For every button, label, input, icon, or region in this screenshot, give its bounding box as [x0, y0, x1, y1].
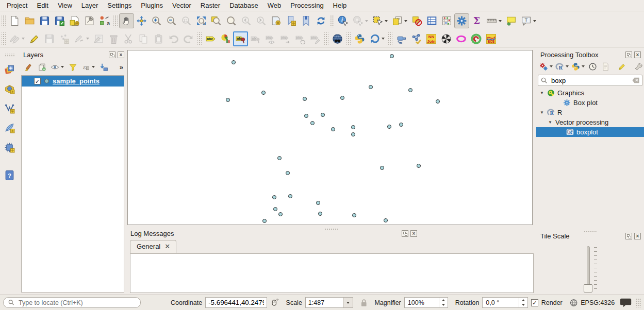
crs-globe-icon[interactable] [570, 299, 577, 307]
menu-help[interactable]: Help [328, 1, 352, 10]
metasearch-button[interactable] [330, 31, 345, 46]
tab-general[interactable]: General ✕ [130, 240, 176, 253]
menu-plugins[interactable]: Plugins [136, 1, 168, 10]
layer-labeling-options-button[interactable]: abc [203, 31, 218, 46]
topology-checker-button[interactable] [409, 31, 424, 46]
tree-row-vector-processing[interactable]: ▼ Vector processing [536, 117, 644, 127]
copy-features-button[interactable] [136, 31, 151, 46]
render-checkbox[interactable]: ✓ [531, 299, 538, 306]
close-panel-icon[interactable]: × [118, 51, 124, 58]
menu-database[interactable]: Database [225, 1, 263, 10]
paste-features-button[interactable] [151, 31, 166, 46]
visibility-analysis-button[interactable] [439, 31, 454, 46]
save-project-button[interactable] [37, 13, 52, 28]
save-project-as-button[interactable] [52, 13, 67, 28]
zoom-to-selection-button[interactable] [224, 13, 239, 28]
python-console-button[interactable] [352, 31, 367, 46]
show-layout-manager-button[interactable] [82, 13, 97, 28]
ellipse-plugin-button[interactable] [454, 31, 469, 46]
processing-search-input[interactable] [550, 76, 630, 85]
deselect-features-button[interactable] [409, 13, 424, 28]
zoom-full-button[interactable] [194, 13, 209, 28]
resize-grip[interactable] [636, 298, 641, 307]
close-panel-icon[interactable]: × [634, 233, 641, 239]
redo-button[interactable] [181, 31, 196, 46]
layer-name[interactable]: sample_points [53, 77, 100, 85]
new-project-button[interactable] [7, 13, 22, 28]
spin-down-button[interactable] [439, 303, 448, 308]
close-panel-icon[interactable]: × [634, 51, 641, 58]
select-features-button[interactable] [370, 13, 390, 28]
tile-scale-slider-track[interactable] [587, 246, 590, 289]
processing-options-button[interactable] [632, 61, 644, 72]
float-panel-icon[interactable] [402, 230, 408, 237]
save-layer-edits-button[interactable] [42, 31, 57, 46]
menu-processing[interactable]: Processing [286, 1, 328, 10]
scale-combo[interactable]: 1:487 [305, 297, 353, 308]
toolbar-grip[interactable] [2, 15, 6, 27]
lock-icon[interactable] [360, 299, 368, 307]
bos-plugin-button[interactable]: BOS [484, 31, 499, 46]
float-panel-icon[interactable] [625, 51, 632, 58]
rotate-label-button[interactable]: abc [293, 31, 308, 46]
float-panel-icon[interactable] [109, 51, 115, 58]
mouse-extents-icon[interactable] [270, 298, 278, 307]
new-shapefile-layer-button[interactable] [2, 100, 18, 116]
toolbar-grip[interactable] [2, 32, 6, 45]
refresh-button[interactable] [313, 13, 328, 28]
processing-toolbox-button[interactable] [454, 13, 469, 28]
toolbar-grip[interactable] [113, 15, 118, 27]
open-layer-styling-button[interactable] [22, 61, 35, 73]
toolbar-grip[interactable] [388, 32, 392, 45]
menu-layer[interactable]: Layer [77, 1, 103, 10]
highlight-pinned-labels-button[interactable]: ab [248, 31, 263, 46]
menu-edit[interactable]: Edit [32, 1, 53, 10]
expander-icon[interactable]: ▼ [539, 110, 544, 115]
zoom-native-button[interactable]: 1:1 [179, 13, 194, 28]
expand-collapse-all-button[interactable] [97, 61, 110, 73]
processing-search-box[interactable] [538, 75, 642, 86]
models-button[interactable] [538, 61, 554, 72]
move-label-button[interactable]: abc [278, 31, 293, 46]
filter-legend-button[interactable] [67, 61, 79, 73]
tree-row-graphics[interactable]: ▼ Graphics [536, 88, 644, 98]
menu-vector[interactable]: Vector [168, 1, 196, 10]
clear-search-icon[interactable] [632, 77, 639, 83]
map-canvas[interactable] [127, 50, 533, 225]
locate-input[interactable] [18, 299, 136, 307]
spin-up-button[interactable] [519, 298, 527, 303]
menu-project[interactable]: Project [2, 1, 32, 10]
r-scripts-button[interactable]: R [554, 61, 570, 72]
gps-tools-button[interactable] [394, 31, 409, 46]
identify-features-button[interactable]: i [336, 13, 351, 28]
close-tab-icon[interactable]: ✕ [164, 244, 170, 249]
modify-attributes-button[interactable] [91, 31, 106, 46]
zoom-last-button[interactable] [239, 13, 254, 28]
add-feature-button[interactable] [57, 31, 72, 46]
layer-diagram-options-button[interactable] [218, 31, 233, 46]
field-calculator-button[interactable] [439, 13, 454, 28]
reload-plugin-button[interactable] [367, 31, 387, 46]
new-geopackage-layer-button[interactable] [2, 81, 18, 96]
toolbar-grip[interactable] [346, 32, 351, 45]
toolbar-grip[interactable] [324, 32, 328, 45]
float-panel-icon[interactable] [625, 233, 632, 239]
expander-icon[interactable]: ▼ [539, 91, 544, 95]
cut-features-button[interactable] [121, 31, 136, 46]
toolbar-grip[interactable] [197, 32, 202, 45]
tree-row-box-plot[interactable]: Box plot [536, 98, 644, 108]
current-edits-button[interactable] [7, 31, 27, 46]
map-tips-button[interactable] [504, 13, 519, 28]
run-feature-action-button[interactable] [351, 13, 370, 28]
pin-unpin-labels-button[interactable]: ab [233, 31, 248, 46]
show-bookmarks-button[interactable] [299, 13, 313, 28]
new-virtual-layer-button[interactable] [2, 140, 18, 155]
magnifier-spinbox[interactable]: 100% [404, 297, 448, 308]
zoom-in-button[interactable] [149, 13, 164, 28]
menu-web[interactable]: Web [263, 1, 286, 10]
splitter-grip[interactable] [324, 228, 338, 231]
messages-button[interactable] [620, 298, 632, 307]
zoom-next-button[interactable] [254, 13, 269, 28]
change-label-button[interactable]: abc [308, 31, 323, 46]
menu-raster[interactable]: Raster [196, 1, 225, 10]
